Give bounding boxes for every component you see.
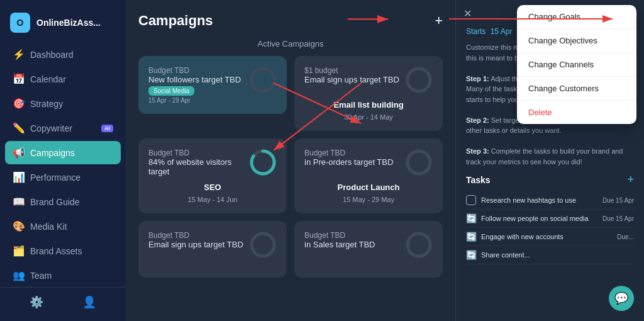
task-due: Due... xyxy=(617,234,634,240)
nav-icon: 📢 xyxy=(13,147,24,159)
sidebar-item-campaigns[interactable]: 📢 Campaigns xyxy=(5,141,121,164)
task-item: Research new hashtags to use Due 15 Apr xyxy=(466,191,634,210)
campaign-tag-date: 15 Apr - 29 Apr xyxy=(148,97,244,104)
campaign-card-6[interactable]: Budget TBD in Sales target TBD xyxy=(294,221,443,278)
right-panel: ✕ ⚙️ Social Me... Starts 15 Apr Ends Cus… xyxy=(455,0,644,321)
campaign-card-4[interactable]: Budget TBD in Pre-orders target TBD Prod… xyxy=(294,138,443,213)
campaign-date: 30 Apr - 14 May xyxy=(304,113,433,121)
task-refresh-icon: 🔄 xyxy=(466,213,476,223)
logo-icon: O xyxy=(10,13,30,33)
logo-text: OnlineBizAss... xyxy=(36,18,101,28)
campaign-budget: $1 budget xyxy=(304,66,400,75)
add-task-button[interactable]: + xyxy=(627,173,634,186)
step2-label: Step 2: xyxy=(466,116,489,124)
sidebar-footer: ⚙️ 👤 xyxy=(0,287,126,317)
campaign-budget: Budget TBD xyxy=(148,231,244,240)
nav-label: Performance xyxy=(30,172,80,183)
svg-point-6 xyxy=(408,151,430,174)
task-due: Due 15 Apr xyxy=(602,197,634,204)
logo-area[interactable]: O OnlineBizAss... xyxy=(0,8,126,43)
donut-chart xyxy=(405,231,433,259)
nav-label: Campaigns xyxy=(30,148,75,158)
campaign-donut xyxy=(249,231,277,261)
task-text: Research new hashtags to use xyxy=(481,196,597,204)
task-checkbox[interactable] xyxy=(466,195,476,205)
task-text: Engage with new accounts xyxy=(481,233,612,240)
campaign-donut xyxy=(405,231,433,261)
task-text: Follow new people on social media xyxy=(481,215,597,222)
sidebar-item-brand-guide[interactable]: 📖 Brand Guide xyxy=(5,190,121,213)
campaign-desc: New followers target TBD xyxy=(148,75,244,84)
campaign-date: 15 May - 14 Jun xyxy=(148,196,277,203)
tasks-header: Tasks + xyxy=(466,173,634,186)
sidebar-item-performance[interactable]: 📊 Performance xyxy=(5,166,121,189)
sidebar-item-strategy[interactable]: 🎯 Strategy xyxy=(5,92,121,115)
campaign-card-3[interactable]: Budget TBD 84% of website visitors targe… xyxy=(138,138,287,213)
sidebar-item-media-kit[interactable]: 🎨 Media Kit xyxy=(5,215,121,238)
sidebar-item-team[interactable]: 👥 Team xyxy=(5,264,121,287)
nav-icon: 📊 xyxy=(13,171,24,183)
campaign-donut xyxy=(249,149,277,179)
task-due: Due 15 Apr xyxy=(602,215,634,222)
svg-point-2 xyxy=(408,69,430,91)
nav-label: Copywriter xyxy=(30,123,72,133)
campaign-name: Product Launch xyxy=(304,183,433,192)
step3-text: Complete the tasks to build your brand a… xyxy=(466,147,623,166)
add-campaign-button[interactable]: + xyxy=(435,13,443,29)
dropdown-item-change-objectives[interactable]: Change Objectives xyxy=(517,29,636,53)
task-item: 🔄 Follow new people on social media Due … xyxy=(466,210,634,228)
chat-button[interactable]: 💬 xyxy=(609,286,634,311)
donut-chart xyxy=(249,149,277,176)
nav-label: Strategy xyxy=(30,99,63,109)
donut-chart xyxy=(405,66,433,94)
profile-icon[interactable]: 👤 xyxy=(82,295,96,309)
campaign-desc: in Sales target TBD xyxy=(304,240,400,249)
settings-icon[interactable]: ⚙️ xyxy=(30,295,43,309)
donut-chart xyxy=(249,66,277,94)
campaign-card-1[interactable]: Budget TBD New followers target TBD Soci… xyxy=(138,56,287,131)
nav-icon: ⚡ xyxy=(13,48,24,60)
nav-label: Brand Assets xyxy=(30,246,82,256)
svg-point-10 xyxy=(408,234,430,256)
campaign-name: Email list building xyxy=(304,100,433,110)
ai-badge: AI xyxy=(101,125,113,132)
tasks-title: Tasks xyxy=(466,175,491,185)
nav-icon: 📅 xyxy=(13,73,24,85)
nav-icon: 🎨 xyxy=(13,220,24,232)
nav-icon: 👥 xyxy=(13,269,24,281)
sidebar-item-calendar[interactable]: 📅 Calendar xyxy=(5,67,121,91)
dropdown-item-change-channels[interactable]: Change Channels xyxy=(517,53,636,77)
dropdown-item-change-goals[interactable]: Change Goals xyxy=(517,5,636,29)
campaigns-grid: Budget TBD New followers target TBD Soci… xyxy=(138,56,443,278)
campaign-card-5[interactable]: Budget TBD Email sign ups target TBD xyxy=(138,221,287,278)
nav-label: Media Kit xyxy=(30,222,67,232)
campaign-donut xyxy=(249,66,277,96)
campaign-desc: Email sign ups target TBD xyxy=(304,75,400,84)
nav-icon: 📖 xyxy=(13,196,24,208)
dropdown-item-delete[interactable]: Delete xyxy=(517,101,636,124)
page-title: Campaigns xyxy=(138,13,213,29)
task-refresh-icon: 🔄 xyxy=(466,232,476,242)
starts-label: Starts xyxy=(466,27,486,36)
sidebar-item-copywriter[interactable]: ✏️ Copywriter AI xyxy=(5,116,121,140)
sidebar-item-brand-assets[interactable]: 🗂️ Brand Assets xyxy=(5,239,121,262)
campaign-budget: Budget TBD xyxy=(148,66,244,75)
nav-icon: 🗂️ xyxy=(13,245,24,257)
tasks-list: Research new hashtags to use Due 15 Apr … xyxy=(466,191,634,264)
main-content: Campaigns + Active Campaigns Budget TBD … xyxy=(126,0,455,321)
sidebar-item-dashboard[interactable]: ⚡ Dashboard xyxy=(5,43,121,66)
task-item: 🔄 Engage with new accounts Due... xyxy=(466,228,634,246)
step3-label: Step 3: xyxy=(466,147,489,155)
task-refresh-icon: 🔄 xyxy=(466,250,476,260)
campaign-donut xyxy=(405,149,433,179)
campaign-budget: Budget TBD xyxy=(304,149,400,157)
main-header: Campaigns + xyxy=(138,13,443,29)
campaign-date: 15 May - 29 May xyxy=(304,196,433,203)
donut-chart xyxy=(405,149,433,176)
campaign-budget: Budget TBD xyxy=(304,231,400,240)
dropdown-item-change-customers[interactable]: Change Customers xyxy=(517,77,636,101)
campaign-card-2[interactable]: $1 budget Email sign ups target TBD Emai… xyxy=(294,56,443,131)
panel-close-button[interactable]: ✕ xyxy=(464,8,472,20)
campaign-donut xyxy=(405,66,433,96)
nav-label: Calendar xyxy=(30,74,66,84)
